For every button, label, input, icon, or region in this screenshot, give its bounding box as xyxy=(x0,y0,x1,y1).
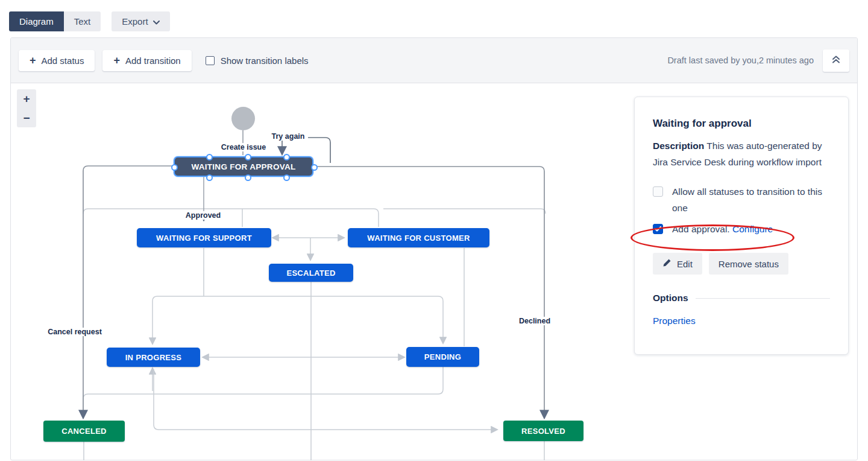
add-approval-label: Add approval. Configure xyxy=(672,221,773,237)
zoom-in-button[interactable]: + xyxy=(23,93,30,104)
status-detail-panel: Waiting for approval Description This wa… xyxy=(634,97,849,355)
status-node-waiting-for-customer[interactable]: WAITING FOR CUSTOMER xyxy=(348,228,489,247)
options-divider xyxy=(696,298,830,299)
status-node-resolved[interactable]: RESOLVED xyxy=(503,421,583,441)
panel-buttons: Edit Remove status xyxy=(653,253,830,275)
workflow-editor-page: Diagram Text Export + Add status + Add t… xyxy=(0,0,868,461)
chevron-down-icon xyxy=(153,16,160,27)
add-status-label: Add status xyxy=(42,56,84,66)
selection-handle[interactable] xyxy=(283,174,290,181)
remove-status-button[interactable]: Remove status xyxy=(709,253,788,275)
selection-handle[interactable] xyxy=(311,164,318,171)
toolbar-right: Draft last saved by you,2 minutes ago xyxy=(667,49,849,72)
export-label: Export xyxy=(122,16,148,27)
edit-label: Edit xyxy=(677,259,693,269)
status-node-waiting-for-approval[interactable]: WAITING FOR APPROVAL xyxy=(174,156,313,177)
transition-label-approved[interactable]: Approved xyxy=(184,211,222,220)
options-heading: Options xyxy=(653,293,688,304)
status-node-waiting-for-support[interactable]: WAITING FOR SUPPORT xyxy=(137,228,271,247)
add-approval-checkbox[interactable] xyxy=(653,224,663,234)
show-transition-labels-label: Show transition labels xyxy=(221,56,309,66)
panel-title: Waiting for approval xyxy=(653,118,830,130)
status-node-in-progress[interactable]: IN PROGRESS xyxy=(107,348,200,367)
selection-handle[interactable] xyxy=(171,164,178,171)
properties-row: Properties xyxy=(653,316,830,326)
view-tabbar: Diagram Text Export xyxy=(9,11,170,31)
show-transition-labels-checkbox[interactable] xyxy=(206,56,215,65)
transition-label-declined[interactable]: Declined xyxy=(517,317,552,325)
start-node[interactable] xyxy=(231,107,255,130)
status-description: Description This was auto-generated by J… xyxy=(653,138,830,170)
check-icon xyxy=(655,226,661,232)
properties-link[interactable]: Properties xyxy=(653,316,696,326)
transition-label-cancel-request[interactable]: Cancel request xyxy=(46,328,104,336)
add-transition-button[interactable]: + Add transition xyxy=(102,50,191,71)
canvas-zoom-control: + − xyxy=(17,89,36,127)
configure-link[interactable]: Configure xyxy=(732,224,773,234)
draft-status-text: Draft last saved by you,2 minutes ago xyxy=(667,56,814,65)
status-node-canceled[interactable]: CANCELED xyxy=(43,421,125,442)
selection-handle[interactable] xyxy=(245,174,251,181)
plus-icon: + xyxy=(30,56,36,65)
add-approval-row: Add approval. Configure xyxy=(653,221,830,237)
allow-all-statuses-label: Allow all statuses to transition to this… xyxy=(672,183,830,216)
selection-handle[interactable] xyxy=(283,154,290,161)
export-menu-button[interactable]: Export xyxy=(112,11,169,31)
options-section: Options xyxy=(653,293,830,304)
add-approval-text: Add approval. xyxy=(672,224,730,234)
tab-text[interactable]: Text xyxy=(64,11,101,31)
panel-checkbox-rows: Allow all statuses to transition to this… xyxy=(653,183,830,237)
edit-button[interactable]: Edit xyxy=(653,253,702,275)
selection-handle[interactable] xyxy=(245,154,251,161)
show-transition-labels-row: Show transition labels xyxy=(206,56,309,66)
transition-label-try-again[interactable]: Try again xyxy=(270,132,307,141)
description-label: Description xyxy=(653,141,704,151)
diagram-toolbar: + Add status + Add transition Show trans… xyxy=(11,38,857,83)
allow-all-statuses-row: Allow all statuses to transition to this… xyxy=(653,183,830,216)
status-node-pending[interactable]: PENDING xyxy=(406,347,479,367)
plus-icon: + xyxy=(113,56,120,65)
selection-handle[interactable] xyxy=(206,154,213,161)
status-node-escalated[interactable]: ESCALATED xyxy=(269,264,353,282)
allow-all-statuses-checkbox[interactable] xyxy=(653,186,663,197)
tab-diagram[interactable]: Diagram xyxy=(9,11,64,31)
collapse-toolbar-button[interactable] xyxy=(823,49,849,72)
zoom-out-button[interactable]: − xyxy=(23,112,30,124)
double-chevron-up-icon xyxy=(831,55,841,66)
pencil-icon xyxy=(662,258,671,269)
transition-label-create-issue[interactable]: Create issue xyxy=(219,143,268,151)
selection-handle[interactable] xyxy=(206,174,213,181)
add-transition-label: Add transition xyxy=(125,56,181,66)
add-status-button[interactable]: + Add status xyxy=(19,50,95,71)
